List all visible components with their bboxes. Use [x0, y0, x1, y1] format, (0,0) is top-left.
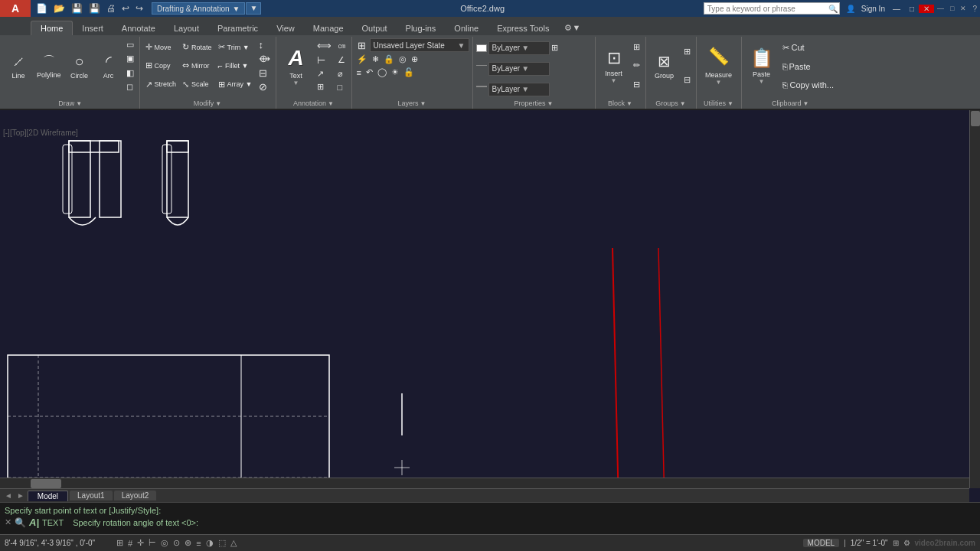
table-button[interactable]: ⊞ — [315, 81, 334, 93]
line-button[interactable]: ⟋ Line — [5, 38, 32, 93]
clipboard-cut-button[interactable]: ✂ Cut — [780, 42, 837, 54]
tab-home[interactable]: Home — [31, 21, 73, 35]
tab-online[interactable]: Online — [445, 21, 488, 35]
qat-saveas[interactable]: 💾 — [87, 3, 103, 14]
layer-unlock-button[interactable]: 🔓 — [402, 67, 416, 78]
transparency-icon[interactable]: ◑ — [206, 538, 214, 548]
anno-extra4[interactable]: □ — [335, 82, 348, 93]
tab-layout1[interactable]: Layout1 — [70, 491, 113, 500]
inner-minimize-button[interactable]: — — [934, 5, 947, 12]
qat-new[interactable]: 📄 — [34, 3, 50, 14]
drawing-canvas[interactable]: [-][Top][2D Wireframe] — [0, 126, 980, 519]
boundary-button[interactable]: ◻ — [124, 81, 136, 93]
scale-display[interactable]: 1/2" = 1'-0" — [851, 539, 888, 547]
selection-icon[interactable]: ⬚ — [218, 538, 226, 548]
gradient-button[interactable]: ◧ — [124, 67, 136, 79]
tab-nav-left[interactable]: ◄ — [3, 491, 14, 500]
stretch-button[interactable]: ↗Stretch — [143, 79, 179, 90]
move-button[interactable]: ✛Move — [143, 41, 179, 53]
group-extra2[interactable]: ⊟ — [681, 74, 693, 86]
polyline-button[interactable]: ⌒ Polyline — [34, 38, 64, 93]
ortho-icon[interactable]: ⊢ — [149, 538, 156, 548]
qat-open[interactable]: 📂 — [51, 3, 67, 14]
tab-manage[interactable]: Manage — [304, 21, 353, 35]
tab-parametric[interactable]: Parametric — [208, 21, 267, 35]
paste-button[interactable]: 📋 Paste ▼ — [745, 38, 779, 93]
bylayer-color-dropdown[interactable]: ByLayer▼ — [488, 41, 550, 55]
clipboard-group-label[interactable]: Clipboard — [772, 99, 802, 107]
draw-group-label[interactable]: Draw — [58, 99, 74, 107]
minimize-button[interactable]: — — [888, 5, 905, 13]
arc-button[interactable]: ◜ Arc — [95, 38, 122, 93]
tab-express-tools[interactable]: Express Tools — [488, 21, 558, 35]
clipboard-copy-button[interactable]: ⎘ Paste — [780, 61, 837, 72]
fillet-button[interactable]: ⌐Fillet ▼ — [216, 60, 255, 71]
clipboard-copywithbase-button[interactable]: ⎘ Copy with... — [780, 80, 837, 90]
cmd-close-icon[interactable]: ✕ — [5, 517, 11, 527]
tab-annotate[interactable]: Annotate — [113, 21, 165, 35]
rotate-button[interactable]: ↻Rotate — [180, 41, 214, 53]
tab-nav-right[interactable]: ► — [15, 491, 26, 500]
anno-extra1[interactable]: ㎝ — [335, 39, 348, 52]
modify-extra3[interactable]: ⊟ — [256, 67, 273, 80]
snap-icon[interactable]: ✛ — [137, 538, 144, 548]
mirror-button[interactable]: ⇔Mirror — [180, 60, 214, 71]
app-button[interactable]: A — [0, 0, 31, 17]
modify-extra4[interactable]: ⊘ — [256, 80, 273, 93]
tab-output[interactable]: Output — [353, 21, 397, 35]
inner-close-button[interactable]: ✕ — [957, 5, 969, 12]
tab-settings[interactable]: ⚙▼ — [558, 21, 586, 35]
layer-prev-button[interactable]: ↶ — [364, 67, 374, 78]
layer-thaw-button[interactable]: ☀ — [390, 67, 400, 78]
block-group-label[interactable]: Block — [608, 99, 625, 107]
annotation-group-label[interactable]: Annotation — [293, 99, 326, 107]
cmd-search-icon[interactable]: 🔍 — [15, 517, 26, 528]
groups-group-label[interactable]: Groups — [655, 99, 678, 107]
hatch-button[interactable]: ▣ — [124, 53, 136, 64]
workspace-arrow[interactable]: ▼ — [246, 2, 261, 15]
anno-extra2[interactable]: ∠ — [335, 54, 348, 66]
osnap-icon[interactable]: ⊙ — [173, 538, 180, 548]
modify-extra1[interactable]: ↕ — [256, 38, 273, 51]
modify-group-label[interactable]: Modify — [194, 99, 214, 107]
measure-button[interactable]: 📏 Measure ▼ — [700, 38, 738, 93]
text-button[interactable]: A Text ▼ — [279, 38, 313, 93]
vertical-scrollbar[interactable] — [969, 110, 980, 488]
annomonitor-icon[interactable]: △ — [230, 538, 237, 548]
bylayer-linetype-dropdown[interactable]: ByLayer▼ — [488, 62, 550, 76]
block-extra3[interactable]: ⊟ — [631, 79, 642, 90]
maximize-button[interactable]: □ — [905, 5, 919, 13]
trim-button[interactable]: ✂Trim ▼ — [216, 41, 255, 53]
utilities-group-label[interactable]: Utilities — [704, 99, 726, 107]
prop-extra-icons1[interactable]: ⊞ — [551, 43, 558, 53]
horizontal-scrollbar[interactable] — [0, 478, 969, 488]
search-input[interactable] — [704, 5, 827, 13]
tab-layout[interactable]: Layout — [165, 21, 208, 35]
dimension-button[interactable]: ⟺ — [315, 39, 334, 52]
layer-unisolate-button[interactable]: ◯ — [376, 67, 388, 78]
layer-off-button[interactable]: ⚡ — [355, 54, 369, 65]
otrack-icon[interactable]: ⊕ — [185, 538, 191, 548]
inner-maximize-button[interactable]: □ — [947, 5, 957, 12]
leader-button[interactable]: ↗ — [315, 68, 334, 80]
array-button[interactable]: ⊞Array ▼ — [216, 79, 255, 90]
scale-button[interactable]: ⤡Scale — [180, 79, 214, 90]
group-button[interactable]: ⊠ Group — [649, 38, 680, 93]
workspace-dropdown[interactable]: Drafting & Annotation ▼ — [152, 2, 245, 15]
grid-icon[interactable]: # — [128, 539, 132, 548]
layer-merge-button[interactable]: ⊕ — [410, 54, 420, 65]
tab-view[interactable]: View — [267, 21, 304, 35]
edit-block-button[interactable]: ✏ — [631, 60, 642, 71]
qat-undo[interactable]: ↩ — [119, 3, 132, 14]
modify-extra2[interactable]: ⟴ — [256, 52, 273, 65]
model-label[interactable]: MODEL — [803, 539, 840, 547]
properties-group-label[interactable]: Properties — [514, 99, 546, 107]
lineweight-icon[interactable]: ≡ — [196, 539, 201, 548]
create-block-button[interactable]: ⊞ — [631, 41, 642, 53]
anno-extra3[interactable]: ⌀ — [335, 68, 348, 80]
command-input-text[interactable]: TEXT — [42, 518, 64, 527]
layer-state-dropdown[interactable]: Unsaved Layer State ▼ — [370, 38, 469, 52]
user-label[interactable]: Sign In — [858, 5, 888, 13]
layer-lock-button[interactable]: 🔒 — [382, 54, 396, 65]
layer-match-button[interactable]: ≡ — [355, 67, 363, 78]
